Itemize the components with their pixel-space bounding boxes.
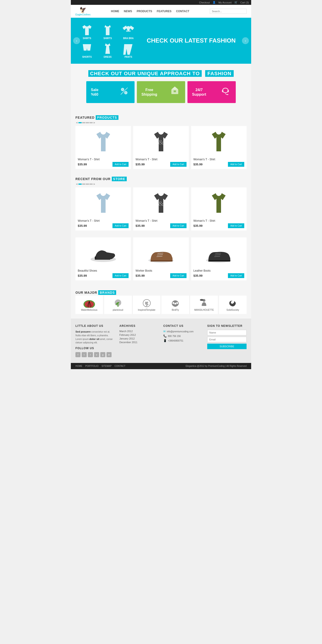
user-icon: 👤 [212, 1, 216, 4]
feature-sale[interactable]: Sale%60 [86, 81, 134, 103]
hero-category-dress[interactable]: DRESS [98, 42, 117, 58]
hero-headline: CHECK OUR LATEST FASHION [147, 37, 236, 44]
brand-plantcloud[interactable]: plantcloud [104, 296, 132, 314]
approach-section: CHECK OUT OUR UNIQUE APPROACH TO FASHION… [71, 64, 251, 112]
recent-highlight: STORE [112, 177, 127, 181]
shoe-add-to-cart-3[interactable]: Add to Cart [228, 273, 244, 278]
vimeo-icon[interactable]: v [94, 352, 99, 357]
nav-news[interactable]: NEWS [124, 10, 132, 13]
hero-banner: ‹ SHIRTS SHIRTS BRA BRA SHORTS DRESS [71, 18, 251, 64]
shoe-card-3: Leather Boots $35.99 Add to Cart [191, 237, 246, 280]
shoe-add-to-cart-2[interactable]: Add to Cart [170, 273, 186, 278]
logo[interactable]: 🦅 EagleClothes [76, 7, 90, 16]
product-card-2: & Woman's T - Shirt $35.99 Add to Cart [133, 126, 188, 169]
hero-category-shirts-top[interactable]: SHIRTS [78, 23, 96, 40]
footer-newsletter-title: SIGN TO NEWSLETTER [207, 324, 246, 328]
carousel-prev-icon[interactable]: ◀ [76, 122, 78, 124]
recent-product-card-3: Woman's T - Shirt $35.99 Add to Cart [191, 188, 246, 230]
carousel-dot-4[interactable] [90, 122, 93, 123]
support-label: 24/7Support [192, 88, 206, 96]
nav-contact[interactable]: CONTACT [176, 10, 189, 13]
brands-grid: WaterMelocious plantcloud InspiredTempla… [76, 296, 246, 314]
hero-next-button[interactable]: › [242, 37, 249, 44]
recent-carousel-prev[interactable]: ◀ [76, 183, 78, 185]
category-label: SHIRTS [104, 37, 112, 40]
search-input[interactable] [210, 9, 246, 14]
recent-section-header: RECENT FROM OUR STORE [71, 174, 251, 182]
header: 🦅 EagleClothes HOME NEWS PRODUCTS FEATUR… [71, 5, 251, 18]
hero-text: CHECK OUR LATEST FASHION [147, 37, 236, 44]
archive-february-2012[interactable]: February 2012 [119, 334, 159, 336]
email-icon: ✉ [163, 330, 166, 333]
add-to-cart-3[interactable]: Add to Cart [228, 162, 244, 167]
facebook-icon[interactable]: f [76, 352, 80, 357]
add-to-cart-1[interactable]: Add to Cart [112, 162, 129, 167]
footer-link-home[interactable]: HOME [76, 365, 82, 367]
newsletter-email-input[interactable] [207, 337, 246, 342]
svg-rect-10 [226, 94, 228, 95]
nav-home[interactable]: HOME [111, 10, 119, 13]
hero-category-pants[interactable]: PANTS [119, 42, 138, 58]
shoe-price-1: $35.99 [78, 274, 87, 278]
brand-birdfly[interactable]: BirdFly [162, 296, 189, 314]
googleplus-icon[interactable]: g [100, 352, 105, 357]
nav-features[interactable]: FEATURES [157, 10, 172, 13]
recent-dot-4[interactable] [90, 184, 93, 185]
linkedin-icon[interactable]: in [106, 352, 112, 357]
cart-link[interactable]: Cart (3) [240, 1, 249, 4]
shoe-name-1: Beautiful Shoes [78, 269, 128, 272]
brand-watermelocious[interactable]: WaterMelocious [76, 296, 103, 314]
twitter-icon[interactable]: t [82, 352, 87, 357]
brand-inspiredtemplate[interactable]: InspiredTemplate [133, 296, 160, 314]
hero-category-shirts-tank[interactable]: SHIRTS [98, 23, 117, 40]
rss-icon[interactable]: r [88, 352, 93, 357]
archive-march-2012[interactable]: March 2012 [119, 330, 159, 332]
newsletter-name-input[interactable] [207, 330, 246, 335]
carousel-dot-3[interactable] [86, 122, 89, 123]
svg-text:&: & [158, 200, 164, 207]
recent-add-to-cart-1[interactable]: Add to Cart [112, 223, 129, 228]
recent-dot-3[interactable] [86, 184, 89, 185]
brand-mansilhouette[interactable]: MANSILHOUETTE [190, 296, 218, 314]
carousel-next-icon[interactable]: ▶ [94, 122, 95, 124]
hero-prev-button[interactable]: ‹ [73, 37, 80, 44]
footer-link-contact[interactable]: CONTACT [114, 365, 126, 367]
contact-phone-item: 📞 800 756 156 [163, 334, 203, 338]
footer-link-sitemap[interactable]: SITEMAP [102, 365, 112, 367]
recent-price-row-2: $35.99 Add to Cart [136, 223, 186, 228]
recent-add-to-cart-2[interactable]: Add to Cart [170, 223, 186, 228]
archive-january-2012[interactable]: January 2012 [119, 337, 159, 340]
carousel-dot-2[interactable] [82, 122, 85, 123]
myaccount-link[interactable]: My Account [218, 1, 232, 4]
brand-name-mansilhouette: MANSILHOUETTE [194, 309, 214, 311]
archive-december-2011[interactable]: December 2011 [119, 341, 159, 344]
svg-point-32 [174, 303, 176, 304]
hero-category-bra[interactable]: BRA BRA [119, 23, 138, 40]
hero-category-shorts[interactable]: SHORTS [78, 42, 96, 58]
subscribe-button[interactable]: SUBSCRIBE [207, 344, 246, 349]
shoe-price-3: $35.99 [194, 274, 203, 278]
checkout-link[interactable]: Checkout [199, 1, 210, 4]
carousel-dot-1[interactable] [78, 122, 82, 123]
svg-rect-8 [222, 90, 223, 92]
footer-about-text: Sed posuere consectetur est at. Nulla vi… [76, 330, 115, 344]
featured-section-header: FEATURED PRODUCTS [71, 112, 251, 120]
nav-products[interactable]: PRODUCTS [136, 10, 152, 13]
category-label: BRA BRA [123, 37, 134, 40]
recent-product-card-2: & Woman's T - Shirt $35.99 Add to Cart [133, 188, 188, 230]
brand-solidsociety[interactable]: SolidSociety [219, 296, 246, 314]
recent-dot-2[interactable] [82, 184, 85, 185]
svg-point-7 [223, 88, 228, 93]
product-name-3: Woman's T - Shirt [194, 158, 244, 161]
recent-add-to-cart-3[interactable]: Add to Cart [228, 223, 244, 228]
feature-shipping[interactable]: FreeShipping [137, 81, 185, 103]
hero-categories: SHIRTS SHIRTS BRA BRA SHORTS DRESS [78, 23, 138, 58]
svg-rect-30 [118, 304, 118, 307]
recent-carousel-next[interactable]: ▶ [94, 183, 95, 185]
shoe-add-to-cart-1[interactable]: Add to Cart [112, 273, 129, 278]
footer-link-portfolio[interactable]: PORTFOLIO [85, 365, 99, 367]
add-to-cart-2[interactable]: Add to Cart [170, 162, 186, 167]
footer-follow-title: FOLLOW US [76, 346, 115, 350]
feature-support[interactable]: 24/7Support [188, 81, 236, 103]
recent-dot-1[interactable] [78, 184, 82, 185]
